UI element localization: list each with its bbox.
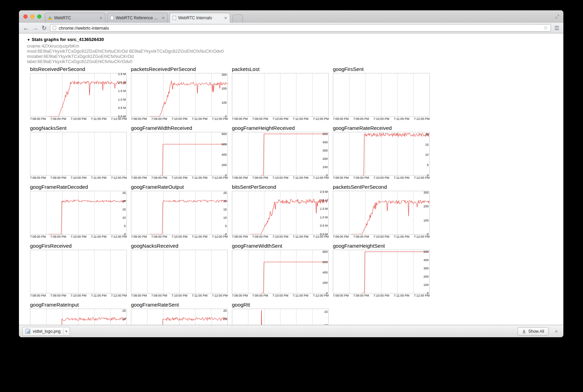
menu-icon[interactable]: ☰ — [554, 25, 559, 31]
mslabel-line: mslabel:6E9laEYkyxIkTCxDgc82ZGoEhlCfxNuC… — [27, 54, 563, 59]
y-tick-label: 15 — [324, 310, 328, 313]
collapse-triangle-icon[interactable]: ▼ — [27, 38, 30, 42]
tab-title: WebRTC Internals — [178, 16, 222, 20]
tab-title: WebRTC — [54, 16, 98, 20]
chart-plot: 3002001000 — [333, 191, 430, 235]
tab-close-icon[interactable]: × — [100, 16, 102, 20]
y-tick-label: 0 — [427, 233, 429, 236]
chart-title: googFrameRateReceived — [333, 125, 430, 132]
chart-plot: 2520151050 — [131, 191, 228, 235]
y-tick-label: 10 — [425, 153, 429, 156]
reload-button[interactable]: ↻ — [42, 25, 47, 31]
page-icon — [53, 26, 56, 30]
download-icon — [522, 329, 526, 333]
close-window-button[interactable] — [23, 14, 28, 19]
y-tick-label: 2.5 M — [320, 190, 328, 194]
x-tick-label: 7:11:00 PM — [394, 117, 409, 121]
stats-chart: bitsReceivedPerSecond2.5 M2.0 M1.5 M1.0 … — [30, 66, 127, 121]
zoom-window-button[interactable] — [37, 14, 41, 19]
y-tick-label: 2.0 M — [320, 199, 328, 202]
y-tick-label: 20 — [122, 200, 126, 203]
x-tick-label: 7:11:00 PM — [394, 176, 409, 179]
y-tick-label: 0 — [225, 174, 227, 177]
back-button[interactable]: ← — [23, 25, 29, 31]
x-tick-label: 7:09:00 PM — [50, 176, 66, 179]
x-tick-label: 7:11:00 PM — [192, 176, 207, 179]
chart-plot: 3002001000 — [131, 73, 228, 117]
x-tick-label: 7:10:00 PM — [71, 235, 86, 238]
x-tick-label: 7:08:00 PM — [333, 235, 349, 238]
new-tab-button[interactable] — [233, 14, 243, 23]
chevron-down-icon[interactable]: ▾ — [63, 329, 67, 334]
x-axis-labels: 7:08:00 PM7:09:00 PM7:10:00 PM7:11:00 PM… — [30, 176, 127, 179]
tab-webrtc-reference-app[interactable]: WebRTC Reference App × — [107, 13, 168, 23]
chart-plot: 8006004002000 — [131, 132, 228, 176]
y-tick-label: 20 — [425, 133, 429, 136]
y-tick-label: 1.5 M — [320, 207, 328, 210]
x-tick-label: 7:11:00 PM — [91, 235, 106, 238]
stats-chart: googFrameHeightSent50040030020010007:08:… — [333, 243, 430, 297]
y-tick-label: 0.0 M — [320, 233, 328, 236]
x-tick-label: 7:11:00 PM — [394, 294, 409, 297]
x-tick-label: 7:09:00 PM — [50, 294, 66, 297]
y-tick-label: 800 — [323, 250, 328, 254]
stats-chart: googFrameHeightReceived50040030020010007… — [232, 125, 329, 179]
download-bar: vidtel_logo.png ▾ Show All × — [19, 325, 563, 337]
show-all-button[interactable]: Show All — [518, 327, 549, 336]
stats-chart: packetsReceivedPerSecond30020010007:08:0… — [131, 66, 228, 121]
x-tick-label: 7:10:00 PM — [71, 117, 86, 121]
tab-close-icon[interactable]: × — [162, 16, 165, 20]
x-tick-label: 7:10:00 PM — [374, 117, 389, 121]
chart-title: googNacksSent — [30, 125, 127, 132]
y-tick-label: 10 — [223, 216, 227, 219]
chart-plot: 2.5 M2.0 M1.5 M1.0 M0.5 M0.0 M — [232, 191, 329, 235]
y-tick-label: 500 — [323, 133, 328, 136]
x-axis-labels: 7:08:00 PM7:09:00 PM7:10:00 PM7:11:00 PM… — [30, 235, 127, 238]
window-resize-icon[interactable]: ⤢ — [555, 13, 559, 20]
stats-chart: googFrameRateOutput25201510507:08:00 PM7… — [131, 184, 228, 238]
y-tick-label: 15 — [122, 208, 126, 211]
tab-webrtc-internals[interactable]: WebRTC Internals × — [170, 13, 230, 23]
y-tick-label: 0 — [326, 174, 328, 177]
x-tick-label: 7:08:00 PM — [30, 117, 46, 121]
omnibox[interactable]: chrome://webrtc-internals ☆ — [50, 24, 551, 32]
x-tick-label: 7:09:00 PM — [50, 235, 66, 238]
tab-webrtc[interactable]: WebRTC × — [45, 13, 105, 23]
forward-button[interactable]: → — [32, 25, 38, 31]
chart-title: bitsReceivedPerSecond — [30, 66, 127, 73]
chart-title: googFrameWidthReceived — [131, 125, 228, 132]
y-tick-label: 0.0 M — [118, 115, 126, 118]
x-tick-label: 7:09:00 PM — [353, 176, 369, 179]
y-tick-label: 2.0 M — [118, 81, 126, 84]
x-tick-label: 7:12:00 PM — [111, 294, 127, 297]
x-tick-label: 7:11:00 PM — [293, 117, 308, 121]
x-tick-label: 7:12:00 PM — [111, 176, 127, 179]
chart-title: googFrameRateDecoded — [30, 184, 127, 191]
y-tick-label: 800 — [222, 133, 227, 136]
tab-close-icon[interactable]: × — [224, 16, 227, 20]
y-tick-label: 200 — [423, 275, 429, 278]
y-tick-label: 20 — [223, 200, 227, 203]
x-tick-label: 7:08:00 PM — [131, 117, 147, 121]
x-tick-label: 7:08:00 PM — [333, 176, 349, 179]
download-bar-close-icon[interactable]: × — [555, 328, 558, 334]
x-tick-label: 7:10:00 PM — [71, 294, 86, 297]
y-tick-label: 300 — [222, 73, 227, 76]
y-tick-label: 25 — [223, 192, 227, 195]
y-tick-label: 200 — [222, 87, 227, 90]
y-tick-label: 10 — [122, 216, 126, 219]
bookmark-star-icon[interactable]: ☆ — [543, 25, 548, 31]
x-axis-labels: 7:08:00 PM7:09:00 PM7:10:00 PM7:11:00 PM… — [333, 117, 430, 121]
chart-title: googFrameRateOutput — [131, 184, 228, 191]
minimize-window-button[interactable] — [30, 14, 34, 19]
x-tick-label: 7:09:00 PM — [252, 176, 268, 179]
x-tick-label: 7:10:00 PM — [374, 294, 389, 297]
chart-plot: 8006004002000 — [232, 250, 329, 293]
y-tick-label: 0.5 M — [320, 224, 328, 227]
x-tick-label: 7:11:00 PM — [293, 176, 308, 179]
y-tick-label: 10 — [324, 324, 328, 325]
download-item[interactable]: vidtel_logo.png ▾ — [22, 327, 70, 336]
stats-chart: packetsLost7:08:00 PM7:09:00 PM7:10:00 P… — [232, 66, 329, 121]
stats-chart: googFrameWidthReceived80060040020007:08:… — [131, 125, 228, 179]
browser-window: WebRTC × WebRTC Reference App × WebRTC I… — [19, 10, 563, 337]
